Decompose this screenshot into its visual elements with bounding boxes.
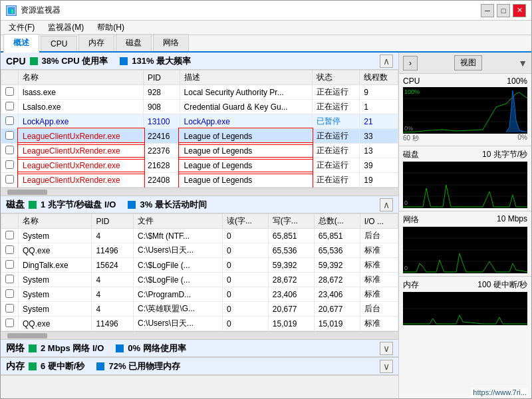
table-row[interactable]: QQ.exe11496C:\Users\日天...065,53665,536标准 [1, 243, 398, 258]
table-row[interactable]: lsass.exe928Local Security Authority Pr.… [1, 85, 398, 100]
cpu-monitor-label: CPU 100% [403, 76, 527, 86]
menu-file[interactable]: 文件(F) [3, 21, 40, 35]
cpu-row-name: Lsalso.exe [19, 100, 144, 114]
table-row[interactable]: System4C:\$Mft (NTF...065,85165,851后台 [1, 229, 398, 243]
left-panel: CPU 38% CPU 使用率 131% 最大频率 ∧ 名称 [1, 53, 398, 398]
cpu-collapse-button[interactable]: ∧ [380, 55, 393, 68]
disk-row-checkbox[interactable] [1, 317, 19, 331]
cpu-row-status: 已暂停 [312, 114, 360, 129]
maximize-button[interactable]: □ [497, 4, 510, 17]
cpu-row-checkbox[interactable] [1, 100, 19, 114]
network-collapse-button[interactable]: ∨ [380, 342, 393, 355]
cpu-row-checkbox[interactable] [1, 173, 19, 188]
network-stat1: 2 Mbps 网络 I/O [41, 342, 104, 354]
close-button[interactable]: ✕ [513, 4, 526, 17]
disk-col-write[interactable]: 写(字... [268, 214, 314, 229]
disk-row-checkbox[interactable] [1, 229, 19, 243]
cpu-row-name: lsass.exe [19, 85, 144, 100]
disk-col-checkbox [1, 214, 19, 229]
disk-row-cell: System [19, 273, 92, 287]
tab-overview[interactable]: 概述 [3, 34, 39, 53]
cpu-row-pid: 908 [144, 100, 180, 114]
table-row[interactable]: System4C:\英雄联盟\G...020,67720,677后台 [1, 302, 398, 317]
cpu-row-checkbox[interactable] [1, 114, 19, 129]
table-row[interactable]: LeagueClientUxRender.exe22416League of L… [1, 129, 398, 144]
cpu-row-checkbox[interactable] [1, 85, 19, 100]
disk-col-name[interactable]: 名称 [19, 214, 92, 229]
disk-row-cell: C:\$Mft (NTF... [134, 229, 223, 243]
disk-row-cell: 28,672 [314, 273, 360, 287]
cpu-col-threads[interactable]: 线程数 [360, 70, 398, 85]
app-icon [6, 5, 17, 16]
disk-row-cell: C:\英雄联盟\G... [134, 302, 223, 317]
cpu-col-pid[interactable]: PID [144, 70, 180, 85]
disk-row-checkbox[interactable] [1, 273, 19, 287]
network-chart: 0 [403, 227, 527, 273]
disk-row-cell: 23,406 [314, 287, 360, 302]
cpu-col-desc[interactable]: 描述 [180, 70, 312, 85]
disk-col-total[interactable]: 总数(... [314, 214, 360, 229]
disk-col-io[interactable]: I/O ... [360, 214, 398, 229]
svg-text:100%: 100% [404, 88, 420, 95]
disk-row-cell: 0 [222, 243, 268, 258]
table-row[interactable]: LeagueClientUxRender.exe22408League of L… [1, 173, 398, 188]
svg-text:0: 0 [404, 265, 408, 271]
view-dropdown-icon[interactable]: ▼ [518, 58, 527, 68]
tab-network[interactable]: 网络 [153, 34, 189, 51]
cpu-row-status: 正在运行 [312, 129, 360, 144]
table-row[interactable]: LockApp.exe13100LockApp.exe已暂停21 [1, 114, 398, 129]
menu-help[interactable]: 帮助(H) [92, 21, 130, 35]
cpu-row-name: LockApp.exe [19, 114, 144, 129]
tab-bar: 概述 CPU 内存 磁盘 网络 [1, 35, 531, 53]
table-row[interactable]: System4C:\ProgramD...023,40623,406标准 [1, 287, 398, 302]
disk-scrollbar[interactable] [1, 331, 398, 339]
disk-row-checkbox[interactable] [1, 258, 19, 273]
disk-row-cell: 11496 [92, 243, 134, 258]
table-row[interactable]: Lsalso.exe908Credential Guard & Key Gu..… [1, 100, 398, 114]
disk-col-pid[interactable]: PID [92, 214, 134, 229]
table-row[interactable]: LeagueClientUxRender.exe22376League of L… [1, 144, 398, 158]
disk-col-read[interactable]: 读(字... [222, 214, 268, 229]
tab-memory[interactable]: 内存 [78, 34, 114, 51]
title-left: 资源监视器 [6, 5, 61, 16]
table-row[interactable]: QQ.exe11496C:\Users\日天...015,01915,019标准 [1, 317, 398, 331]
window-title: 资源监视器 [21, 5, 61, 16]
cpu-col-name[interactable]: 名称 [19, 70, 144, 85]
disk-row-cell: 标准 [360, 273, 398, 287]
table-row[interactable]: DingTalk.exe15624C:\$LogFile (...059,392… [1, 258, 398, 273]
cpu-col-status[interactable]: 状态 [312, 70, 360, 85]
disk-collapse-button[interactable]: ∧ [380, 198, 393, 211]
tab-disk[interactable]: 磁盘 [116, 34, 152, 51]
disk-row-checkbox[interactable] [1, 302, 19, 317]
disk-col-file[interactable]: 文件 [134, 214, 223, 229]
cpu-row-pid: 13100 [144, 114, 180, 129]
minimize-button[interactable]: ─ [481, 4, 494, 17]
cpu-row-checkbox[interactable] [1, 158, 19, 173]
cpu-row-pid: 928 [144, 85, 180, 100]
cpu-row-threads: 13 [360, 144, 398, 158]
table-row[interactable]: System4C:\$LogFile (...028,67228,672标准 [1, 273, 398, 287]
view-button[interactable]: 视图 [454, 55, 482, 70]
disk-monitor-label: 磁盘 10 兆字节/秒 [403, 149, 527, 160]
cpu-scrollbar[interactable] [1, 188, 398, 196]
cpu-row-checkbox[interactable] [1, 144, 19, 158]
disk-row-checkbox[interactable] [1, 243, 19, 258]
cpu-row-checkbox[interactable] [1, 129, 19, 144]
cpu-row-threads: 21 [360, 114, 398, 129]
cpu-row-pid: 21628 [144, 158, 180, 173]
disk-row-checkbox[interactable] [1, 287, 19, 302]
cpu-table-header: 名称 PID 描述 状态 线程数 [1, 70, 398, 85]
disk-table-header: 名称 PID 文件 读(字... 写(字... 总数(... I/O ... [1, 214, 398, 229]
cpu-row-status: 正在运行 [312, 144, 360, 158]
memory-monitor: 内存 100 硬中断/秒 [399, 277, 531, 328]
cpu-monitor: CPU 100% 100% 0% [399, 74, 531, 146]
menu-monitor[interactable]: 监视器(M) [43, 21, 89, 35]
memory-collapse-button[interactable]: ∨ [380, 360, 393, 373]
table-row[interactable]: LeagueClientUxRender.exe21628League of L… [1, 158, 398, 173]
cpu-row-desc: LockApp.exe [180, 114, 312, 129]
svg-rect-2 [11, 9, 13, 13]
disk-row-cell: C:\$LogFile (... [134, 258, 223, 273]
right-nav-button[interactable]: › [403, 56, 418, 70]
cpu-row-status: 正在运行 [312, 85, 360, 100]
tab-cpu[interactable]: CPU [41, 36, 77, 51]
